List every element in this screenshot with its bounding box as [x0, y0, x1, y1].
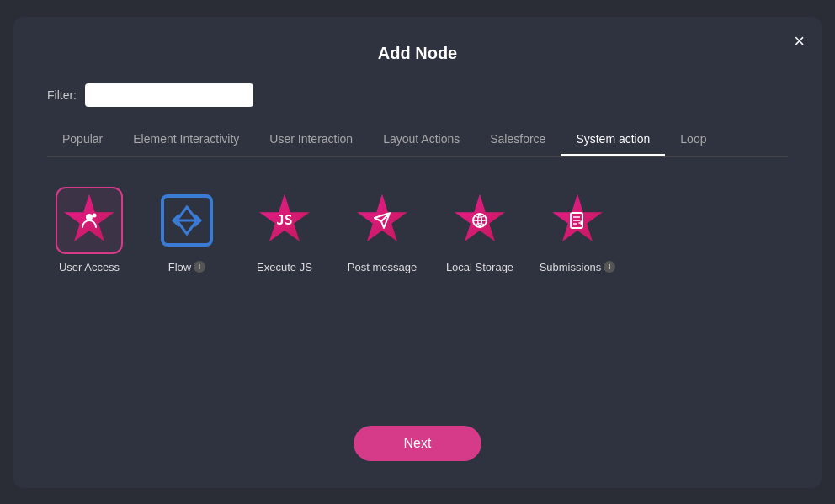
tab-popular[interactable]: Popular	[47, 124, 118, 156]
local-storage-svg	[469, 210, 491, 231]
filter-input[interactable]	[85, 83, 253, 107]
flow-icon	[161, 194, 213, 247]
close-button[interactable]: ×	[794, 32, 805, 50]
filter-label: Filter:	[47, 88, 77, 102]
flow-svg	[172, 205, 202, 236]
tab-loop[interactable]: Loop	[665, 124, 721, 156]
tab-system-action[interactable]: System action	[561, 124, 665, 156]
next-button[interactable]: Next	[354, 426, 482, 461]
tab-user-interaction[interactable]: User Interaction	[254, 124, 368, 156]
svg-point-0	[86, 214, 93, 220]
user-access-star	[63, 194, 115, 247]
node-post-message-icon-wrap	[348, 187, 416, 254]
node-local-storage-icon-wrap	[446, 187, 513, 254]
submissions-info-dot[interactable]: i	[604, 261, 615, 273]
node-local-storage-label: Local Storage	[446, 261, 513, 273]
post-message-star	[356, 194, 408, 247]
node-user-access-icon-wrap	[56, 187, 123, 254]
node-submissions-icon-wrap	[544, 187, 611, 254]
modal-title: Add Node	[47, 44, 788, 63]
submissions-svg	[566, 210, 588, 231]
node-execute-js[interactable]: JS Execute JS	[242, 187, 327, 273]
add-node-modal: × Add Node Filter: Popular Element Inter…	[13, 17, 822, 488]
node-user-access[interactable]: User Access	[47, 187, 131, 273]
execute-js-star: JS	[258, 194, 311, 247]
flow-info-dot[interactable]: i	[194, 261, 205, 273]
node-submissions-label: Submissions i	[540, 261, 616, 273]
nodes-grid: User Access Flow i	[47, 180, 788, 280]
node-flow-label: Flow i	[168, 261, 205, 273]
post-message-svg	[371, 210, 393, 231]
node-user-access-label: User Access	[59, 261, 120, 273]
node-execute-js-label: Execute JS	[257, 261, 312, 273]
node-post-message-label: Post message	[348, 261, 417, 273]
tab-element-interactivity[interactable]: Element Interactivity	[118, 124, 254, 156]
submissions-star	[551, 194, 604, 247]
tab-layout-actions[interactable]: Layout Actions	[368, 124, 475, 156]
node-local-storage[interactable]: Local Storage	[438, 187, 522, 273]
tab-salesforce[interactable]: Salesforce	[475, 124, 561, 156]
node-flow[interactable]: Flow i	[145, 187, 229, 273]
execute-js-text: JS	[276, 212, 292, 228]
filter-row: Filter:	[47, 83, 788, 107]
user-access-svg	[77, 209, 101, 232]
svg-point-1	[93, 213, 97, 217]
node-submissions[interactable]: Submissions i	[535, 187, 620, 273]
node-post-message[interactable]: Post message	[340, 187, 424, 273]
node-execute-js-icon-wrap: JS	[251, 187, 318, 254]
node-flow-icon-wrap	[153, 187, 221, 254]
local-storage-star	[454, 194, 506, 247]
tabs-bar: Popular Element Interactivity User Inter…	[47, 124, 788, 157]
footer: Next	[47, 392, 788, 461]
